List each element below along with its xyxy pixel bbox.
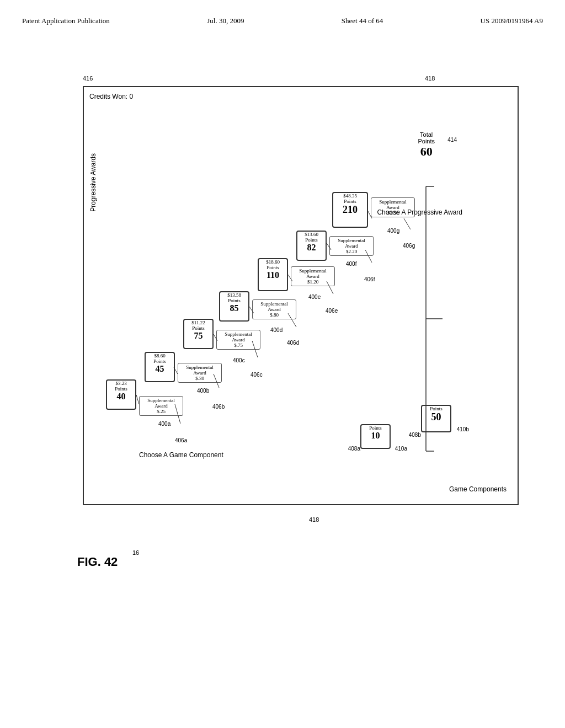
header-sheet: Sheet 44 of 64 [342, 17, 383, 25]
value-f: 82 [297, 243, 326, 253]
value-c: 75 [184, 331, 212, 341]
header-publication: Patent Application Publication [22, 17, 110, 25]
supp-box-a: Supplemental Award $.25 [139, 396, 183, 416]
supp-label-a: Supplemental [142, 398, 180, 403]
fig-label-text: FIG. 42 [77, 555, 118, 569]
credits-won-label: Credits Won: 0 [89, 93, 133, 100]
game-value-a: 10 [361, 431, 390, 441]
header-date: Jul. 30, 2009 [207, 17, 244, 25]
supp-label-c: Supplemental [219, 331, 258, 337]
ref-406e: 406e [326, 308, 338, 314]
amount-g: $48.35 [333, 193, 367, 199]
ref-418-top: 418 [425, 75, 435, 82]
game-box-b: Points 50 [421, 405, 451, 432]
value-a: 40 [107, 392, 135, 402]
label-b: Points [146, 358, 174, 364]
total-points-area: Total Points 60 [418, 131, 435, 159]
ref-406b: 406b [212, 404, 225, 410]
ref-406g: 406g [403, 243, 415, 249]
figure-label: FIG. 42 [77, 555, 118, 569]
progressive-box-f: $13.60 Points 82 [296, 231, 327, 261]
ref-408b: 408b [409, 432, 421, 438]
value-d: 85 [220, 303, 248, 313]
choose-progressive-award-label: Choose A Progressive Award [377, 208, 462, 216]
ref-400f: 400f [346, 261, 356, 267]
ref-400a: 400a [158, 421, 170, 427]
game-box-a: Points 10 [360, 424, 391, 449]
supp-award-label-c: Award [219, 337, 258, 342]
supp-amount-f: $2.20 [332, 249, 371, 254]
amount-f: $13.60 [297, 232, 326, 237]
supp-label-e: Supplemental [294, 268, 332, 274]
ref-400c: 400c [233, 357, 245, 363]
game-label-b: Points [422, 406, 450, 411]
ref-400d: 400d [270, 327, 282, 333]
supp-label-g: Supplemental [374, 199, 412, 205]
supp-box-f: Supplemental Award $2.20 [329, 236, 374, 256]
ref-410b: 410b [457, 426, 469, 432]
supp-label-d: Supplemental [255, 301, 294, 307]
ref-400e: 400e [308, 294, 321, 300]
label-d: Points [220, 298, 248, 303]
value-e: 110 [259, 270, 287, 280]
supp-amount-e: $1.20 [294, 279, 332, 285]
game-value-b: 50 [422, 411, 450, 423]
supp-amount-c: $.75 [219, 342, 258, 348]
total-label: Total [418, 131, 435, 138]
progressive-box-g: $48.35 Points 210 [332, 192, 368, 228]
value-g: 210 [333, 204, 367, 216]
ref-400g: 400g [387, 228, 399, 234]
diagram-svg [84, 87, 518, 504]
header-patent: US 2009/0191964 A9 [481, 17, 543, 25]
progressive-awards-label: Progressive Awards [89, 153, 97, 212]
ref-410a: 410a [395, 446, 407, 452]
amount-e: $18.60 [259, 259, 287, 265]
ref-406f: 406f [364, 276, 375, 282]
supp-award-label-e: Award [294, 274, 332, 279]
ref-16: 16 [132, 549, 139, 556]
page: Patent Application Publication Jul. 30, … [0, 0, 565, 728]
supp-label-f: Supplemental [332, 238, 371, 243]
label-c: Points [184, 325, 212, 331]
amount-d: $13.58 [220, 292, 248, 298]
total-points-value: 60 [418, 144, 435, 159]
supp-box-c: Supplemental Award $.75 [216, 330, 260, 350]
supp-award-label-a: Award [142, 403, 180, 409]
main-figure-box: Credits Won: 0 Progressive Awards $3.23 … [83, 86, 519, 505]
label-a: Points [107, 386, 135, 392]
label-f: Points [297, 237, 326, 243]
label-e: Points [259, 265, 287, 270]
supp-amount-a: $.25 [142, 409, 180, 414]
progressive-box-d: $13.58 Points 85 [219, 291, 249, 322]
progressive-box-a: $3.23 Points 40 [106, 379, 136, 410]
label-g: Points [333, 199, 367, 204]
supp-box-e: Supplemental Award $1.20 [291, 266, 335, 286]
progressive-box-b: $8.60 Points 45 [145, 352, 175, 382]
amount-b: $8.60 [146, 353, 174, 358]
ref-416: 416 [83, 75, 93, 82]
ref-414: 414 [447, 137, 457, 143]
game-label-a: Points [361, 425, 390, 431]
svg-line-13 [404, 218, 411, 229]
ref-406c: 406c [250, 372, 263, 378]
progressive-box-e: $18.60 Points 110 [258, 258, 288, 291]
points-label: Points [418, 138, 435, 144]
value-b: 45 [146, 364, 174, 374]
page-header: Patent Application Publication Jul. 30, … [22, 11, 543, 36]
choose-game-component-label: Choose A Game Component [139, 451, 223, 459]
supp-award-label-d: Award [255, 307, 294, 312]
progressive-box-c: $11.22 Points 75 [183, 319, 214, 349]
ref-418-bottom: 418 [309, 516, 319, 523]
game-components-label: Game Components [449, 485, 507, 493]
supp-box-b: Supplemental Award $.30 [178, 363, 222, 383]
ref-400b: 400b [197, 388, 209, 394]
supp-label-b: Supplemental [180, 365, 219, 370]
supp-amount-d: $.80 [255, 312, 294, 318]
supp-award-label-f: Award [332, 243, 371, 249]
ref-406a: 406a [175, 437, 187, 443]
supp-amount-b: $.30 [180, 376, 219, 381]
amount-c: $11.22 [184, 320, 212, 325]
supp-award-label-b: Award [180, 370, 219, 376]
ref-406d: 406d [287, 340, 299, 346]
amount-a: $3.23 [107, 381, 135, 386]
